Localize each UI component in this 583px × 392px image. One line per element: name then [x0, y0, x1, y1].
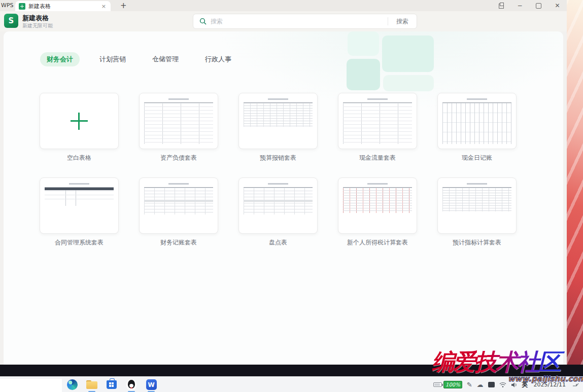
- template-card-10[interactable]: [437, 177, 517, 234]
- template-card-6[interactable]: [40, 177, 119, 234]
- search-button[interactable]: 搜索: [388, 17, 417, 26]
- plus-icon: [71, 113, 88, 130]
- minimize-icon[interactable]: −: [517, 3, 523, 9]
- template-thumbnail: [441, 96, 512, 146]
- page-title: 新建表格: [22, 14, 49, 23]
- category-tabs: 财务会计计划营销仓储管理行政人事: [40, 52, 238, 66]
- battery-icon: [433, 382, 442, 387]
- page-subtitle: 新建无限可能: [22, 22, 53, 29]
- battery-indicator[interactable]: 100%: [433, 381, 462, 388]
- cloud-icon[interactable]: ☁: [477, 381, 484, 388]
- taskbar-file-explorer-button[interactable]: [86, 379, 98, 391]
- template-card-5[interactable]: [437, 93, 517, 149]
- template-label: 盘点表: [238, 238, 318, 246]
- window-controls: − ✕: [498, 0, 561, 11]
- template-label: 预算报销套表: [238, 154, 318, 162]
- template-label: 合同管理系统套表: [40, 238, 119, 246]
- file-explorer-icon: [86, 380, 97, 389]
- watermark-title: 编爱技术社区: [432, 347, 583, 376]
- template-thumbnail: [143, 96, 214, 146]
- template-thumbnail: [243, 96, 314, 146]
- template-grid: 空白表格资产负债套表预算报销套表现金流量套表现金日记账合同管理系统套表财务记账套…: [40, 93, 517, 246]
- spreadsheet-icon: [19, 3, 25, 10]
- tray-app-icon[interactable]: [488, 382, 495, 387]
- close-icon[interactable]: ✕: [554, 3, 561, 9]
- taskbar-apps: W: [66, 377, 157, 392]
- wps-new-spreadsheet-window: WPS 文字 新建表格 × + − ✕ S 新建表格 新建无限可能: [0, 0, 567, 366]
- category-tab-1[interactable]: 财务会计: [40, 52, 80, 66]
- tab-new-spreadsheet[interactable]: 新建表格 ×: [15, 1, 111, 11]
- title-bar: WPS 文字 新建表格 × + − ✕: [0, 0, 567, 11]
- float-window-icon[interactable]: [498, 3, 504, 9]
- watermark-url: www.paijishu.com: [508, 374, 583, 383]
- template-gallery: 财务会计计划营销仓储管理行政人事 空白表格资产负债套表预算报销套表现金流量套表现…: [4, 31, 563, 366]
- taskbar-microsoft-store-button[interactable]: [106, 379, 118, 391]
- template-label: 新个人所得税计算套表: [338, 238, 417, 246]
- template-card-2[interactable]: [139, 93, 218, 149]
- taskbar-word-button[interactable]: W: [145, 379, 157, 391]
- template-label: 财务记账套表: [139, 238, 218, 246]
- template-label: 预计指标计算套表: [437, 238, 517, 246]
- edge-icon: [67, 379, 78, 390]
- search-bar[interactable]: 搜索: [193, 14, 417, 29]
- new-tab-button[interactable]: +: [120, 1, 127, 10]
- microsoft-store-icon: [107, 380, 117, 389]
- template-thumbnail: [342, 181, 413, 231]
- desktop-wallpaper: [566, 0, 583, 392]
- battery-percent-badge: 100%: [443, 381, 462, 388]
- qq-icon: [126, 379, 136, 390]
- category-tab-3[interactable]: 仓储管理: [146, 52, 185, 66]
- template-label: 现金流量套表: [338, 154, 417, 162]
- wifi-icon[interactable]: [499, 382, 506, 388]
- template-card-9[interactable]: [338, 177, 417, 234]
- template-thumbnail: [44, 181, 115, 231]
- tab-title: 新建表格: [28, 3, 97, 10]
- template-thumbnail: [243, 181, 314, 231]
- template-label: 资产负债套表: [139, 154, 218, 162]
- template-thumbnail: [143, 181, 214, 231]
- tab-close-icon[interactable]: ×: [100, 3, 107, 10]
- template-card-4[interactable]: [338, 93, 417, 149]
- taskbar-white-panel: [0, 379, 62, 392]
- taskbar-qq-button[interactable]: [125, 379, 138, 391]
- pen-icon[interactable]: ✎: [467, 381, 472, 388]
- template-card-8[interactable]: [238, 177, 318, 234]
- search-input[interactable]: [211, 18, 388, 25]
- wps-spreadsheet-logo: S: [4, 14, 18, 28]
- app-header: S 新建表格 新建无限可能 搜索: [0, 11, 567, 31]
- desktop: WPS 文字 新建表格 × + − ✕ S 新建表格 新建无限可能: [0, 0, 583, 392]
- template-thumbnail: [441, 181, 512, 231]
- category-tab-2[interactable]: 计划营销: [93, 52, 132, 66]
- taskbar: W 100% ✎ ☁ 英 2025/12/11: [0, 376, 583, 392]
- template-thumbnail: [342, 96, 413, 146]
- search-icon: [199, 18, 207, 25]
- maximize-icon[interactable]: [535, 3, 542, 9]
- template-card-7[interactable]: [139, 177, 218, 234]
- decorative-pattern: [347, 31, 434, 92]
- template-label: 空白表格: [40, 154, 119, 162]
- word-icon: W: [146, 379, 157, 390]
- template-card-1[interactable]: [40, 93, 119, 149]
- category-tab-4[interactable]: 行政人事: [198, 52, 238, 66]
- template-card-3[interactable]: [238, 93, 318, 149]
- template-label: 现金日记账: [437, 154, 517, 162]
- taskbar-edge-button[interactable]: [66, 379, 78, 391]
